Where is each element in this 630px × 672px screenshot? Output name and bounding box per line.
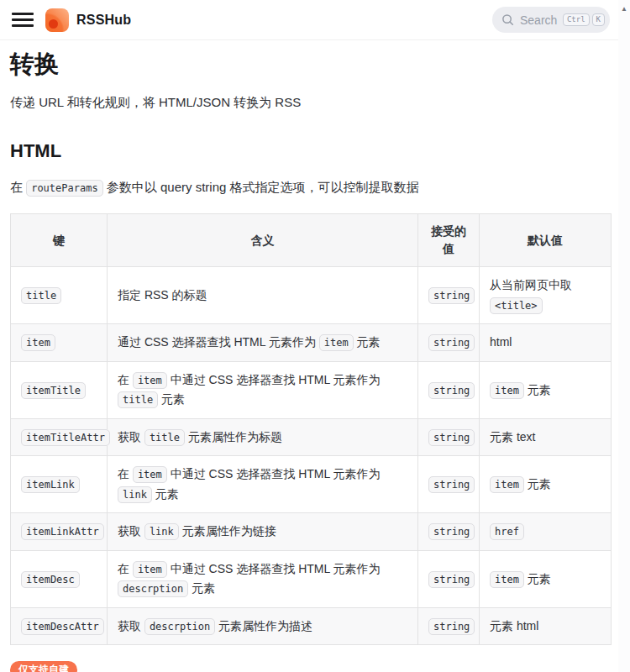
table-row: itemLink在 item 中通过 CSS 选择器查找 HTML 元素作为 l… [11, 456, 612, 513]
inline-code: item [319, 334, 354, 351]
kbd-k: K [592, 13, 605, 26]
inline-code: title [21, 287, 61, 304]
inline-code: string [428, 618, 475, 635]
meaning-cell: 获取 title 元素属性作为标题 [108, 418, 418, 456]
key-cell: itemDesc [11, 550, 108, 607]
intro-paragraph: 在 routeParams 参数中以 query string 格式指定选项，可… [10, 180, 611, 196]
scrollbar[interactable]: ▲ [618, 0, 630, 672]
search-placeholder: Search [520, 13, 557, 27]
meaning-cell: 获取 descrption 元素属性作为描述 [108, 607, 418, 645]
navbar: RSSHub Search Ctrl K [0, 0, 630, 40]
hamburger-icon [12, 13, 34, 15]
default-cell: item 元素 [480, 361, 612, 418]
accepts-cell: string [418, 607, 480, 645]
meaning-cell: 获取 link 元素属性作为链接 [108, 513, 418, 551]
inline-code: string [428, 334, 475, 351]
inline-code: string [428, 382, 475, 399]
inline-code: string [428, 571, 475, 588]
default-cell: item 元素 [480, 456, 612, 513]
column-header-meaning: 含义 [108, 214, 418, 267]
key-cell: itemTitleAttr [11, 418, 108, 456]
inline-code: title [118, 391, 158, 408]
column-header-accepts: 接受的值 [418, 214, 480, 267]
inline-code: routeParams [26, 180, 102, 197]
hamburger-icon [12, 18, 34, 21]
key-cell: itemTitle [11, 361, 108, 418]
default-cell: 元素 html [480, 607, 612, 645]
inline-code: itemLinkAttr [21, 523, 104, 540]
inline-code: <title> [490, 297, 543, 314]
table-header-row: 键 含义 接受的值 默认值 [11, 214, 612, 267]
column-header-default: 默认值 [480, 214, 612, 267]
key-cell: title [11, 267, 108, 324]
inline-code: link [144, 523, 179, 540]
column-header-key: 键 [11, 214, 108, 267]
inline-code: item [21, 334, 55, 351]
accepts-cell: string [418, 324, 480, 362]
hamburger-icon [12, 24, 34, 27]
table-row: itemDesc在 item 中通过 CSS 选择器查找 HTML 元素作为 d… [11, 550, 612, 607]
inline-code: itemTitleAttr [21, 429, 110, 446]
brand-link[interactable]: RSSHub [45, 8, 131, 32]
table-row: title指定 RSS 的标题string从当前网页中取 <title> [11, 267, 612, 324]
inline-code: item [490, 476, 524, 493]
accepts-cell: string [418, 267, 480, 324]
default-cell: 元素 text [480, 418, 612, 456]
key-cell: itemDescAttr [11, 607, 108, 645]
doc-content: 转换 传递 URL 和转化规则，将 HTML/JSON 转换为 RSS HTML… [0, 49, 630, 672]
table-row: item通过 CSS 选择器查找 HTML 元素作为 item 元素string… [11, 324, 612, 362]
inline-code: item [133, 561, 167, 578]
inline-code: descrption [118, 580, 188, 597]
key-cell: itemLink [11, 456, 108, 513]
table-row: itemTitle在 item 中通过 CSS 选择器查找 HTML 元素作为 … [11, 361, 612, 418]
inline-code: itemDesc [21, 571, 80, 588]
selfhost-badge: 仅支持自建 [10, 661, 77, 672]
inline-code: item [490, 571, 524, 588]
inline-code: href [490, 523, 524, 540]
table-row: itemTitleAttr获取 title 元素属性作为标题string元素 t… [11, 418, 612, 456]
default-cell: href [480, 513, 612, 551]
search-button[interactable]: Search Ctrl K [492, 7, 610, 33]
accepts-cell: string [418, 456, 480, 513]
accepts-cell: string [418, 513, 480, 551]
kbd-ctrl: Ctrl [563, 13, 590, 26]
meaning-cell: 在 item 中通过 CSS 选择器查找 HTML 元素作为 title 元素 [108, 361, 418, 418]
params-table: 键 含义 接受的值 默认值 title指定 RSS 的标题string从当前网页… [10, 213, 612, 645]
table-row: itemLinkAttr获取 link 元素属性作为链接stringhref [11, 513, 612, 551]
rsshub-logo-icon [45, 8, 69, 32]
inline-code: string [428, 523, 475, 540]
scroll-up-arrow-icon[interactable]: ▲ [618, 0, 630, 13]
inline-code: item [133, 466, 167, 483]
page-title: 转换 [10, 49, 611, 79]
inline-code: string [428, 287, 475, 304]
inline-code: itemLink [21, 476, 80, 493]
default-cell: 从当前网页中取 <title> [480, 267, 612, 324]
search-shortcut: Ctrl K [563, 13, 605, 26]
inline-code: string [428, 429, 475, 446]
accepts-cell: string [418, 418, 480, 456]
inline-code: descrption [144, 618, 215, 635]
inline-code: link [118, 486, 152, 503]
default-cell: item 元素 [480, 550, 612, 607]
accepts-cell: string [418, 550, 480, 607]
meaning-cell: 通过 CSS 选择器查找 HTML 元素作为 item 元素 [108, 324, 418, 362]
inline-code: itemDescAttr [21, 618, 104, 635]
inline-code: string [428, 476, 475, 493]
brand-name: RSSHub [76, 13, 131, 28]
inline-code: item [490, 382, 524, 399]
table-row: itemDescAttr获取 descrption 元素属性作为描述string… [11, 607, 612, 645]
inline-code: item [133, 372, 167, 389]
inline-code: title [144, 429, 185, 446]
key-cell: item [11, 324, 108, 362]
meaning-cell: 在 item 中通过 CSS 选择器查找 HTML 元素作为 link 元素 [108, 456, 418, 513]
inline-code: itemTitle [21, 382, 86, 399]
default-cell: html [480, 324, 612, 362]
key-cell: itemLinkAttr [11, 513, 108, 551]
meaning-cell: 在 item 中通过 CSS 选择器查找 HTML 元素作为 descrptio… [108, 550, 418, 607]
section-heading-html: HTML [10, 140, 611, 162]
meaning-cell: 指定 RSS 的标题 [108, 267, 418, 324]
accepts-cell: string [418, 361, 480, 418]
menu-button[interactable] [12, 13, 34, 27]
search-icon [501, 13, 514, 26]
page-subtitle: 传递 URL 和转化规则，将 HTML/JSON 转换为 RSS [10, 95, 611, 111]
